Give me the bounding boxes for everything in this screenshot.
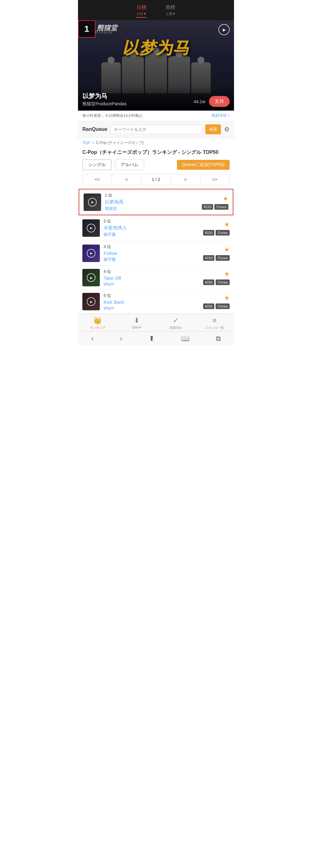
- nav-item-ランキング[interactable]: 👑 ランキング: [78, 316, 117, 330]
- info-bar-text: 每小时更新，今日榜剩余15小时截止: [82, 113, 143, 118]
- page-title: C-Pop（チャイニーズポップ）ランキング - シングル TOP50: [78, 148, 234, 159]
- tab-weekly[interactable]: 周榜 上周▼: [165, 4, 176, 18]
- nav-icon-0: 👑: [93, 316, 102, 324]
- track-right-1: ★ ¥153 iTunes: [202, 195, 228, 210]
- track-artist-1[interactable]: 熊猫堂: [105, 206, 198, 212]
- back-icon[interactable]: ‹: [91, 335, 93, 343]
- breadcrumb-top[interactable]: TOP: [82, 141, 90, 145]
- tab-daily-sub: 今日▼: [136, 11, 147, 16]
- star-icon-4[interactable]: ★: [224, 270, 230, 278]
- track-right-3: ★ ¥153 iTunes: [203, 246, 230, 261]
- settings-icon[interactable]: ⚙: [224, 126, 230, 133]
- track-list: 1 位 以夢為馬 熊猫堂 ★ ¥153 iTunes 2 位 水藍色情人 楊宇騰: [78, 189, 234, 314]
- track-play-1[interactable]: [88, 198, 97, 207]
- track-artist-3[interactable]: 楊宇騰: [104, 257, 199, 262]
- queue-add-button[interactable]: Queueに追加(TOP50): [177, 160, 230, 170]
- track-name-4[interactable]: Take Off: [104, 275, 199, 281]
- nav-icon-1: ⬇: [134, 316, 139, 324]
- track-name-5[interactable]: Kick Back: [104, 300, 199, 305]
- star-icon-5[interactable]: ★: [224, 294, 230, 302]
- track-rank-2: 2 位: [104, 218, 199, 224]
- track-rank-1: 1 位: [105, 192, 198, 198]
- track-artist-4[interactable]: WayV: [104, 282, 199, 286]
- page-prev[interactable]: <: [112, 174, 141, 185]
- track-item-2[interactable]: 2 位 水藍色情人 楊宇騰 ★ ¥153 iTunes: [78, 215, 234, 241]
- price-tags-2: ¥153 iTunes: [203, 230, 230, 236]
- nav-item-ジャンル一覧[interactable]: ≡ ジャンル一覧: [195, 316, 234, 330]
- track-play-5[interactable]: [87, 297, 95, 306]
- track-name-2[interactable]: 水藍色情人: [104, 225, 199, 231]
- nav-label-2: 試聴済み: [169, 326, 182, 330]
- itunes-tag-2[interactable]: iTunes: [216, 230, 230, 236]
- tab-daily-underline: [136, 17, 147, 18]
- itunes-tag-4[interactable]: iTunes: [216, 279, 230, 285]
- search-input[interactable]: [110, 125, 202, 134]
- nav-item-Queue[interactable]: ⬇ Queue: [117, 316, 156, 330]
- track-play-2[interactable]: [87, 224, 95, 232]
- nav-item-試聴済み[interactable]: ✓ 試聴済み: [156, 316, 195, 330]
- track-play-3[interactable]: [87, 249, 95, 258]
- forward-icon[interactable]: ›: [120, 335, 122, 343]
- hero-play-button[interactable]: [219, 24, 230, 35]
- app-name: RanQueue: [82, 126, 107, 132]
- price-tags-3: ¥153 iTunes: [203, 255, 230, 261]
- track-item-3[interactable]: 3 位 Follow 楊宇騰 ★ ¥153 iTunes: [78, 241, 234, 266]
- nav-label-3: ジャンル一覧: [205, 326, 224, 330]
- star-icon-1[interactable]: ★: [223, 195, 228, 202]
- breadcrumb-separator: >: [92, 141, 94, 145]
- nav-label-1: Queue: [132, 326, 141, 329]
- price-tag-5[interactable]: ¥255: [203, 304, 214, 309]
- star-icon-3[interactable]: ★: [224, 246, 230, 253]
- tab-daily[interactable]: 日榜 今日▼: [136, 4, 147, 18]
- filter-single[interactable]: シングル: [82, 159, 112, 170]
- price-tag-2[interactable]: ¥153: [203, 230, 214, 236]
- track-name-1[interactable]: 以夢為馬: [105, 199, 198, 205]
- library-icon[interactable]: 📖: [181, 335, 189, 343]
- itunes-tag-3[interactable]: iTunes: [216, 255, 230, 261]
- price-tag-3[interactable]: ¥153: [203, 255, 214, 261]
- bottom-actions: ‹›⬆📖⧉: [78, 331, 234, 346]
- track-artist-5[interactable]: WayV: [104, 306, 199, 310]
- top-tabs: 日榜 今日▼ 周榜 上周▼: [78, 0, 234, 20]
- track-rank-4: 4 位: [104, 269, 199, 275]
- page-next[interactable]: >: [171, 174, 200, 185]
- track-item-4[interactable]: 4 位 Take Off WayV ★ ¥255 iTunes: [78, 266, 234, 290]
- filter-album[interactable]: アルバム: [115, 159, 144, 170]
- tab-daily-label: 日榜: [137, 5, 147, 10]
- itunes-tag-1[interactable]: iTunes: [214, 204, 228, 210]
- breadcrumb: TOP > C-Pop (チャイニーズポップ): [78, 138, 234, 148]
- itunes-tag-5[interactable]: iTunes: [216, 304, 230, 309]
- info-bar-link[interactable]: 规则详情 >: [211, 113, 230, 118]
- track-info-4: 4 位 Take Off WayV: [104, 269, 199, 286]
- page-last[interactable]: >>: [200, 174, 229, 185]
- track-info-2: 2 位 水藍色情人 楊宇騰: [104, 218, 199, 238]
- page-first[interactable]: <<: [83, 174, 112, 185]
- hero-big-title: 以梦为马: [78, 37, 234, 59]
- page-current: 1 / 2: [141, 174, 171, 185]
- hero-banner: 1 熊猫堂 Dreamy 以梦为马 以梦为马 熊猫堂ProducePandas …: [78, 20, 234, 111]
- price-tag-1[interactable]: ¥153: [202, 204, 213, 210]
- track-right-4: ★ ¥255 iTunes: [203, 270, 230, 285]
- track-item-1[interactable]: 1 位 以夢為馬 熊猫堂 ★ ¥153 iTunes: [79, 189, 233, 215]
- track-rank-3: 3 位: [104, 244, 199, 250]
- hero-play-count: 44.1w: [194, 99, 205, 104]
- filter-row: シングル アルバム Queueに追加(TOP50): [78, 159, 234, 174]
- bottom-nav: 👑 ランキング ⬇ Queue ✓ 試聴済み ≡ ジャンル一覧: [78, 314, 234, 331]
- price-tag-4[interactable]: ¥255: [203, 279, 214, 285]
- price-tags-1: ¥153 iTunes: [202, 204, 228, 210]
- search-button[interactable]: 検索: [205, 124, 221, 134]
- hero-bottom-info: 以梦为马 熊猫堂ProducePandas 44.1w 支持: [78, 86, 234, 111]
- tabs-icon[interactable]: ⧉: [216, 335, 221, 343]
- track-artist-2[interactable]: 楊宇騰: [104, 232, 199, 238]
- track-rank-5: 5 位: [104, 293, 199, 299]
- nav-label-0: ランキング: [90, 326, 106, 330]
- track-right-2: ★ ¥153 iTunes: [203, 221, 230, 236]
- share-icon[interactable]: ⬆: [149, 335, 154, 343]
- track-item-5[interactable]: 5 位 Kick Back WayV ★ ¥255 iTunes: [78, 290, 234, 314]
- star-icon-2[interactable]: ★: [224, 221, 230, 228]
- support-button[interactable]: 支持: [209, 96, 230, 107]
- track-thumb-3: [82, 245, 100, 262]
- track-thumb-2: [82, 219, 100, 237]
- track-name-3[interactable]: Follow: [104, 250, 199, 256]
- track-play-4[interactable]: [87, 273, 95, 282]
